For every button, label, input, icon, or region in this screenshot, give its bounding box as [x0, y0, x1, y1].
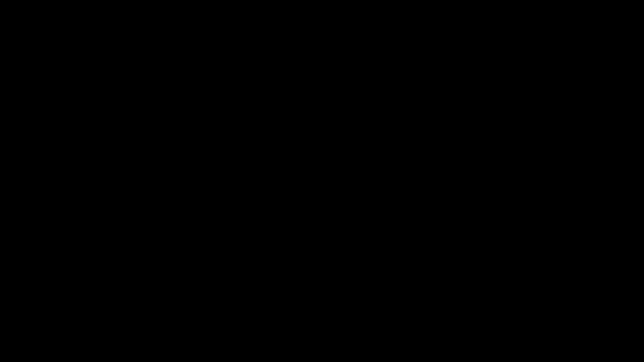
screenshot-montage-grid — [0, 0, 644, 362]
